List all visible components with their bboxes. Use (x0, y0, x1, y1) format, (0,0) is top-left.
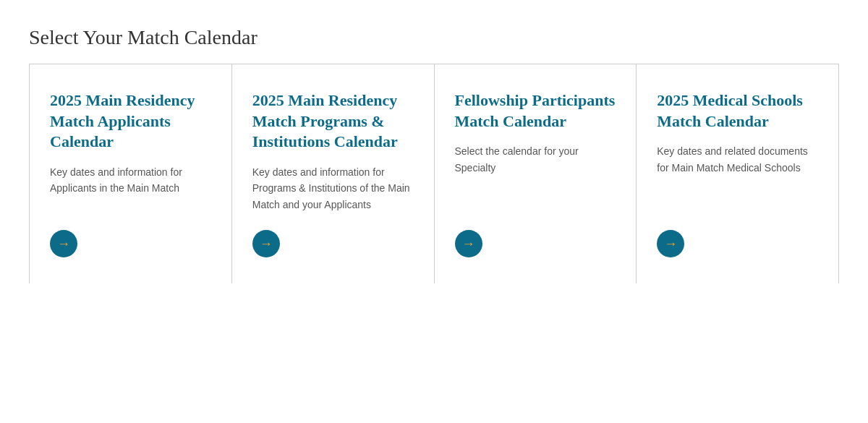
arrow-button-programs[interactable]: → (252, 230, 280, 257)
arrow-button-fellowship[interactable]: → (455, 230, 482, 257)
arrow-button-medical-schools[interactable]: → (657, 230, 684, 257)
card-programs[interactable]: 2025 Main Residency Match Programs & Ins… (232, 64, 435, 283)
page-container: Select Your Match Calendar 2025 Main Res… (0, 0, 868, 283)
card-description-medical-schools: Key dates and related documents for Main… (657, 143, 818, 213)
card-description-programs: Key dates and information for Programs &… (252, 164, 414, 213)
card-medical-schools[interactable]: 2025 Medical Schools Match CalendarKey d… (637, 64, 839, 283)
arrow-button-applicants[interactable]: → (50, 230, 77, 257)
card-title-medical-schools: 2025 Medical Schools Match Calendar (657, 90, 818, 132)
arrow-icon: → (664, 237, 677, 250)
card-fellowship[interactable]: Fellowship Participants Match CalendarSe… (435, 64, 637, 283)
card-title-applicants: 2025 Main Residency Match Applicants Cal… (50, 90, 211, 153)
arrow-icon: → (462, 237, 475, 250)
arrow-icon: → (260, 237, 273, 250)
card-title-programs: 2025 Main Residency Match Programs & Ins… (252, 90, 414, 153)
card-description-fellowship: Select the calendar for your Specialty (455, 143, 616, 213)
card-applicants[interactable]: 2025 Main Residency Match Applicants Cal… (30, 64, 232, 283)
arrow-icon: → (57, 237, 70, 250)
card-description-applicants: Key dates and information for Applicants… (50, 164, 211, 213)
card-title-fellowship: Fellowship Participants Match Calendar (455, 90, 616, 132)
cards-grid: 2025 Main Residency Match Applicants Cal… (29, 64, 839, 283)
page-title: Select Your Match Calendar (29, 26, 839, 49)
